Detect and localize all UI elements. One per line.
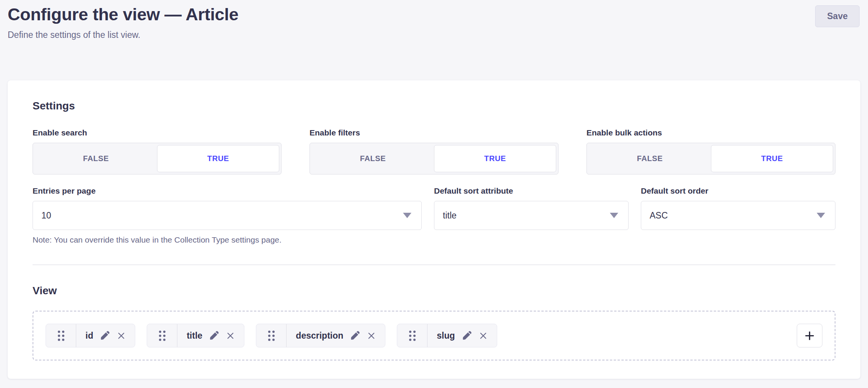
remove-field-button[interactable] (367, 331, 376, 340)
select-value: title (443, 210, 457, 221)
drag-handle-icon (267, 330, 275, 342)
default-sort-attribute-select[interactable]: title (434, 201, 629, 230)
field-chip-description: description (256, 324, 385, 347)
chip-label: description (287, 331, 343, 341)
drag-handle[interactable] (147, 324, 177, 347)
enable-filters-toggle: FALSE TRUE (310, 143, 558, 174)
field-enable-search: Enable search FALSE TRUE (33, 128, 282, 174)
toggle-row: Enable search FALSE TRUE Enable filters … (33, 128, 835, 174)
field-enable-bulk-actions: Enable bulk actions FALSE TRUE (586, 128, 835, 174)
edit-field-button[interactable] (209, 331, 219, 341)
remove-field-button[interactable] (479, 331, 488, 340)
enable-bulk-actions-toggle: FALSE TRUE (586, 143, 835, 174)
toggle-option-true[interactable]: TRUE (157, 145, 279, 172)
field-default-sort-order: Default sort order ASC (641, 186, 835, 245)
drag-handle[interactable] (397, 324, 427, 347)
section-divider (33, 264, 835, 265)
edit-icon (350, 331, 360, 341)
remove-field-button[interactable] (226, 331, 235, 340)
settings-heading: Settings (33, 99, 835, 112)
drag-handle[interactable] (46, 324, 76, 347)
page-header: Configure the view — Article Define the … (0, 0, 868, 41)
field-label: Enable search (33, 128, 282, 138)
toggle-option-true[interactable]: TRUE (434, 145, 556, 172)
drag-handle[interactable] (256, 324, 287, 347)
toggle-option-false[interactable]: FALSE (35, 145, 157, 172)
entries-per-page-select[interactable]: 10 (33, 201, 422, 230)
close-icon (226, 331, 235, 340)
edit-field-button[interactable] (350, 331, 360, 341)
selects-row: Entries per page 10 Note: You can overri… (33, 186, 835, 245)
field-chip-title: title (147, 324, 244, 347)
field-chip-slug: slug (397, 324, 497, 347)
field-default-sort-attribute: Default sort attribute title (434, 186, 629, 245)
add-field-button[interactable] (797, 324, 822, 347)
default-sort-order-select[interactable]: ASC (641, 201, 835, 230)
edit-icon (462, 331, 472, 341)
toggle-option-false[interactable]: FALSE (312, 145, 434, 172)
page-subtitle: Define the settings of the list view. (8, 29, 860, 41)
plus-icon (804, 330, 816, 342)
drag-handle-icon (57, 330, 65, 342)
chevron-down-icon (610, 213, 618, 218)
close-icon (367, 331, 376, 340)
edit-icon (100, 331, 110, 341)
close-icon (479, 331, 488, 340)
entries-per-page-hint: Note: You can override this value in the… (33, 235, 422, 245)
view-fields-drop-zone: id (33, 311, 835, 360)
page-title: Configure the view — Article (8, 4, 860, 25)
close-icon (117, 331, 126, 340)
save-button[interactable]: Save (815, 5, 860, 27)
chip-label: slug (427, 331, 455, 341)
field-label: Enable filters (310, 128, 558, 138)
view-heading: View (33, 284, 835, 297)
remove-field-button[interactable] (117, 331, 126, 340)
drag-handle-icon (408, 330, 416, 342)
field-enable-filters: Enable filters FALSE TRUE (310, 128, 558, 174)
settings-card: Settings Enable search FALSE TRUE Enable… (8, 80, 860, 379)
chevron-down-icon (403, 213, 411, 218)
edit-field-button[interactable] (462, 331, 472, 341)
field-label: Enable bulk actions (586, 128, 835, 138)
drag-handle-icon (158, 330, 166, 342)
chip-label: id (76, 331, 93, 341)
chip-label: title (177, 331, 202, 341)
edit-field-button[interactable] (100, 331, 110, 341)
field-chip-id: id (46, 324, 135, 347)
field-label: Default sort order (641, 186, 835, 196)
toggle-option-false[interactable]: FALSE (589, 145, 711, 172)
field-entries-per-page: Entries per page 10 Note: You can overri… (33, 186, 422, 245)
chevron-down-icon (817, 213, 825, 218)
toggle-option-true[interactable]: TRUE (711, 145, 833, 172)
edit-icon (209, 331, 219, 341)
enable-search-toggle: FALSE TRUE (33, 143, 282, 174)
field-label: Default sort attribute (434, 186, 629, 196)
select-value: 10 (41, 210, 51, 221)
field-label: Entries per page (33, 186, 422, 196)
select-value: ASC (650, 210, 668, 221)
